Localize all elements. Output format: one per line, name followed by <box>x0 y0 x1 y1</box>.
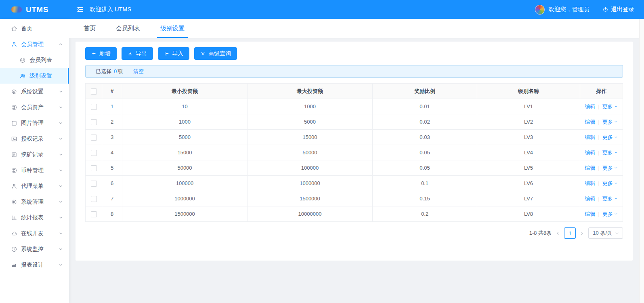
action-divider: | <box>598 119 599 125</box>
more-dropdown[interactable]: 更多 <box>602 118 618 126</box>
scrollbar[interactable] <box>639 19 644 303</box>
more-dropdown[interactable]: 更多 <box>602 180 618 187</box>
smile-icon <box>19 57 26 63</box>
sidebar-item-mining-records[interactable]: 挖矿记录 <box>0 147 69 162</box>
cell-reward-ratio: 0.1 <box>373 176 477 191</box>
import-button-label: 导入 <box>172 50 183 57</box>
table-row: 5500001000000.05LV5编辑|更多 <box>86 160 623 176</box>
import-button[interactable]: 导入 <box>158 47 189 60</box>
page-number-button[interactable]: 1 <box>564 227 576 239</box>
select-all-checkbox[interactable] <box>91 88 97 95</box>
edit-link[interactable]: 编辑 <box>585 134 595 140</box>
page-size-select[interactable]: 10 条/页 <box>588 227 623 239</box>
gear-icon <box>11 199 17 205</box>
chevron-down-icon <box>614 135 618 139</box>
content-area: 新增导出导入高级查询 已选择 0 项 清空 #最小投资额最大投资额奖励比例级别名… <box>69 38 639 303</box>
sidebar-item-system-monitor[interactable]: 系统监控 <box>0 241 69 257</box>
row-select-cell <box>86 176 102 191</box>
sidebar-item-image-management[interactable]: 图片管理 <box>0 115 69 131</box>
sidebar-item-system-settings[interactable]: 系统设置 <box>0 84 69 99</box>
tab-member-list[interactable]: 会员列表 <box>115 19 141 38</box>
edit-link[interactable]: 编辑 <box>585 196 595 202</box>
logo-image-icon <box>11 6 22 13</box>
user-icon <box>11 183 17 189</box>
column-header-max: 最大投资额 <box>248 84 373 99</box>
sidebar-item-label: 系统管理 <box>21 198 58 206</box>
chevron-down-icon <box>58 89 63 94</box>
tab-home[interactable]: 首页 <box>83 19 96 38</box>
row-checkbox[interactable] <box>91 196 97 202</box>
sidebar-item-member-management[interactable]: 会员管理 <box>0 36 69 52</box>
sidebar-item-label: 会员资产 <box>21 104 58 111</box>
cell-index: 2 <box>102 114 122 130</box>
selection-bar: 已选择 0 项 清空 <box>85 65 623 78</box>
more-dropdown[interactable]: 更多 <box>602 134 618 141</box>
sidebar-item-home[interactable]: 首页 <box>0 21 69 36</box>
row-checkbox[interactable] <box>91 181 97 187</box>
edit-link[interactable]: 编辑 <box>585 165 595 171</box>
more-dropdown[interactable]: 更多 <box>602 195 618 202</box>
sidebar-item-coin-management[interactable]: 币种管理 <box>0 162 69 178</box>
sidebar-item-online-dev[interactable]: 在线开发 <box>0 225 69 241</box>
logout-button[interactable]: 退出登录 <box>602 6 634 13</box>
advanced-search-button[interactable]: 高级查询 <box>194 47 237 60</box>
more-dropdown[interactable]: 更多 <box>602 149 618 156</box>
sidebar-item-auth-records[interactable]: 授权记录 <box>0 131 69 147</box>
more-dropdown[interactable]: 更多 <box>602 103 618 110</box>
chevron-down-icon <box>615 231 619 236</box>
column-header-actions: 操作 <box>580 84 623 99</box>
cell-level-name: LV3 <box>477 130 580 145</box>
more-dropdown[interactable]: 更多 <box>602 164 618 172</box>
prev-page-icon[interactable] <box>555 231 560 236</box>
more-label: 更多 <box>602 180 613 187</box>
clear-selection-link[interactable]: 清空 <box>133 68 144 75</box>
cell-reward-ratio: 0.05 <box>373 160 477 176</box>
logo-text: UTMS <box>26 5 48 14</box>
sidebar-item-system-management[interactable]: 系统管理 <box>0 194 69 210</box>
edit-link[interactable]: 编辑 <box>585 149 595 156</box>
row-checkbox[interactable] <box>91 165 97 171</box>
logout-label: 退出登录 <box>611 6 634 13</box>
logo[interactable]: UTMS <box>0 5 69 14</box>
edit-link[interactable]: 编辑 <box>585 103 595 109</box>
row-checkbox[interactable] <box>91 135 97 141</box>
row-checkbox[interactable] <box>91 104 97 110</box>
table-row: 81500000100000000.2LV8编辑|更多 <box>86 206 623 222</box>
edit-link[interactable]: 编辑 <box>585 211 595 217</box>
sidebar-item-member-list[interactable]: 会员列表 <box>0 52 69 68</box>
next-page-icon[interactable] <box>579 231 585 236</box>
export-button-label: 导出 <box>136 50 147 57</box>
gear-icon <box>11 88 17 95</box>
export-button[interactable]: 导出 <box>122 47 153 60</box>
edit-link[interactable]: 编辑 <box>585 119 595 125</box>
home-icon <box>11 25 17 32</box>
avatar[interactable] <box>535 5 545 15</box>
sidebar-item-statistics-reports[interactable]: 统计报表 <box>0 210 69 225</box>
edit-link[interactable]: 编辑 <box>585 180 595 186</box>
more-label: 更多 <box>602 149 613 156</box>
pagination: 1-8 共8条 1 10 条/页 <box>85 227 623 239</box>
chevron-down-icon <box>58 136 63 141</box>
sidebar-item-label: 报表设计 <box>21 261 58 269</box>
cell-index: 3 <box>102 130 122 145</box>
tab-level-settings[interactable]: 级别设置 <box>159 19 185 38</box>
row-checkbox[interactable] <box>91 150 97 156</box>
sidebar-item-level-settings[interactable]: 级别设置 <box>0 68 69 84</box>
row-checkbox[interactable] <box>91 211 97 217</box>
sidebar-item-agent-menu[interactable]: 代理菜单 <box>0 178 69 194</box>
chevron-down-icon <box>58 199 63 204</box>
add-button[interactable]: 新增 <box>85 47 117 60</box>
row-select-cell <box>86 206 102 222</box>
chevron-down-icon <box>58 168 63 173</box>
sidebar-item-member-assets[interactable]: 会员资产 <box>0 99 69 115</box>
row-checkbox[interactable] <box>91 119 97 125</box>
more-dropdown[interactable]: 更多 <box>602 210 618 218</box>
cell-level-name: LV2 <box>477 114 580 130</box>
sidebar-item-label: 会员列表 <box>29 57 63 64</box>
sidebar-item-report-design[interactable]: 报表设计 <box>0 257 69 273</box>
action-divider: | <box>598 134 599 140</box>
table-body: 11010000.01LV1编辑|更多2100050000.02LV2编辑|更多… <box>86 99 623 222</box>
more-label: 更多 <box>602 164 613 172</box>
menu-collapse-icon[interactable] <box>76 6 84 13</box>
cell-min-investment: 10 <box>122 99 248 114</box>
